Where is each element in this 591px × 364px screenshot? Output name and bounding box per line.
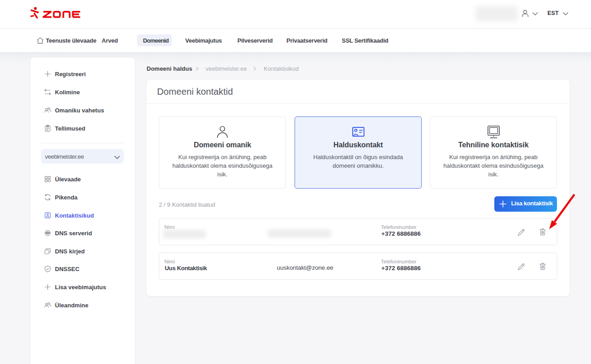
svg-text:DNS: DNS	[46, 232, 49, 234]
